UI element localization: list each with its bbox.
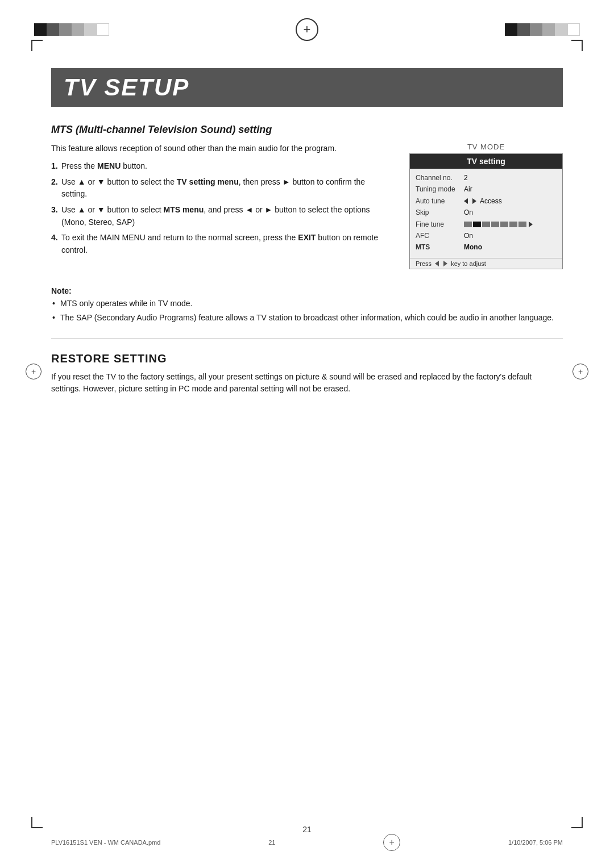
note-section: Note: MTS only operates while in TV mode… xyxy=(51,286,563,324)
checker-block xyxy=(555,23,567,36)
checker-block xyxy=(542,23,555,36)
note-bullets: MTS only operates while in TV mode. The … xyxy=(51,298,563,324)
step-num: 1. xyxy=(51,160,58,173)
checker-block xyxy=(505,23,517,36)
tv-row-tuning: Tuning mode Air xyxy=(416,183,557,195)
row-value: 2 xyxy=(464,172,557,183)
tv-row-autotune: Auto tune Access xyxy=(416,195,557,207)
crosshair-center xyxy=(296,18,318,41)
mts-intro: This feature allows reception of sound o… xyxy=(51,143,392,155)
mts-step-1: 1. Press the MENU button. xyxy=(51,160,392,173)
restore-body: If you reset the TV to the factory setti… xyxy=(51,371,563,395)
bar-seg xyxy=(491,222,499,227)
mts-right-col: TV MODE TV setting Channel no. 2 Tuning … xyxy=(409,143,563,269)
mts-heading: MTS (Multi-channel Television Sound) set… xyxy=(51,124,563,136)
content-area: TV SETUP MTS (Multi-channel Television S… xyxy=(51,68,563,800)
crosshair-symbol xyxy=(572,364,588,379)
row-value: Air xyxy=(464,183,557,195)
row-value: Access xyxy=(464,195,557,207)
crosshair-left xyxy=(26,364,42,379)
arrow-right-icon[interactable] xyxy=(472,198,476,204)
footer-adjust-label: key to adjust xyxy=(451,260,486,267)
row-value: On xyxy=(464,230,557,241)
row-label: Fine tune xyxy=(416,219,464,230)
checker-block xyxy=(567,23,580,36)
mts-left-col: This feature allows reception of sound o… xyxy=(51,143,392,269)
mts-steps-list: 1. Press the MENU button. 2. Use ▲ or ▼ … xyxy=(51,160,392,257)
checker-block xyxy=(72,23,84,36)
mts-step-3: 3. Use ▲ or ▼ button to select MTS menu,… xyxy=(51,204,392,228)
header-bar xyxy=(0,16,614,43)
access-text: Access xyxy=(480,195,502,207)
arrow-left-icon[interactable] xyxy=(464,198,468,204)
page-title: TV SETUP xyxy=(64,74,189,101)
step-num: 4. xyxy=(51,232,58,244)
tv-row-finetune: Fine tune xyxy=(416,219,557,230)
step-num: 2. xyxy=(51,176,58,189)
tv-setting-header: TV setting xyxy=(410,154,562,169)
checker-block xyxy=(47,23,59,36)
checker-left xyxy=(34,23,109,36)
row-value: Mono xyxy=(464,241,557,253)
reg-mark-right xyxy=(505,23,580,36)
crosshair-right xyxy=(572,364,588,379)
row-value xyxy=(464,222,557,227)
restore-heading: RESTORE SETTING xyxy=(51,352,563,365)
bar-seg xyxy=(464,222,472,227)
row-label: Skip xyxy=(416,207,464,218)
step-num: 3. xyxy=(51,204,58,216)
checker-right xyxy=(505,23,580,36)
tv-row-mts: MTS Mono xyxy=(416,241,557,253)
footer-crosshair xyxy=(383,834,400,851)
row-label: Auto tune xyxy=(416,195,464,207)
note-bullet-2: The SAP (Secondary Audio Programs) featu… xyxy=(51,312,563,324)
bar-seg xyxy=(473,222,481,227)
row-label: Tuning mode xyxy=(416,183,464,195)
page-title-box: TV SETUP xyxy=(51,68,563,107)
row-label: MTS xyxy=(416,241,464,253)
reg-mark-left xyxy=(34,23,109,36)
footer-page: 21 xyxy=(268,839,275,846)
page: TV SETUP MTS (Multi-channel Television S… xyxy=(0,0,614,868)
footer-arrow-right xyxy=(443,261,447,266)
tv-setting-footer: Press key to adjust xyxy=(410,258,562,269)
checker-block xyxy=(84,23,97,36)
corner-mark-br xyxy=(571,817,583,828)
tv-setting-body: Channel no. 2 Tuning mode Air Auto tune xyxy=(410,169,562,258)
tv-setting-panel: TV setting Channel no. 2 Tuning mode Air… xyxy=(409,153,563,269)
footer-filename: PLV16151S1 VEN - WM CANADA.pmd xyxy=(51,839,160,846)
checker-block xyxy=(34,23,47,36)
checker-block xyxy=(530,23,542,36)
checker-block xyxy=(517,23,530,36)
tv-mode-label: TV MODE xyxy=(409,143,563,151)
tv-row-channel: Channel no. 2 xyxy=(416,172,557,183)
row-label: Channel no. xyxy=(416,172,464,183)
mts-step-4: 4. To exit the MAIN MENU and return to t… xyxy=(51,232,392,256)
row-value: On xyxy=(464,207,557,218)
fine-tune-bar xyxy=(464,222,557,227)
mts-step-2: 2. Use ▲ or ▼ button to select the TV se… xyxy=(51,176,392,201)
footer-arrow-left xyxy=(435,261,439,266)
page-number: 21 xyxy=(302,825,312,834)
note-label: Note: xyxy=(51,286,563,295)
checker-block xyxy=(59,23,72,36)
bar-seg xyxy=(482,222,490,227)
mts-section: This feature allows reception of sound o… xyxy=(51,143,563,269)
footer-bar: PLV16151S1 VEN - WM CANADA.pmd 21 1/10/2… xyxy=(51,834,563,851)
bar-seg xyxy=(509,222,517,227)
bar-seg xyxy=(518,222,526,227)
footer-press-label: Press xyxy=(416,260,432,267)
checker-block xyxy=(97,23,109,36)
auto-tune-row: Access xyxy=(464,195,557,207)
crosshair-symbol xyxy=(26,364,42,379)
row-label: AFC xyxy=(416,230,464,241)
tv-row-afc: AFC On xyxy=(416,230,557,241)
footer-date: 1/10/2007, 5:06 PM xyxy=(508,839,563,846)
bar-arrow-right xyxy=(529,222,533,227)
note-bullet-1: MTS only operates while in TV mode. xyxy=(51,298,563,310)
tv-row-skip: Skip On xyxy=(416,207,557,218)
bar-seg xyxy=(500,222,508,227)
corner-mark-bl xyxy=(31,817,43,828)
section-divider xyxy=(51,338,563,339)
